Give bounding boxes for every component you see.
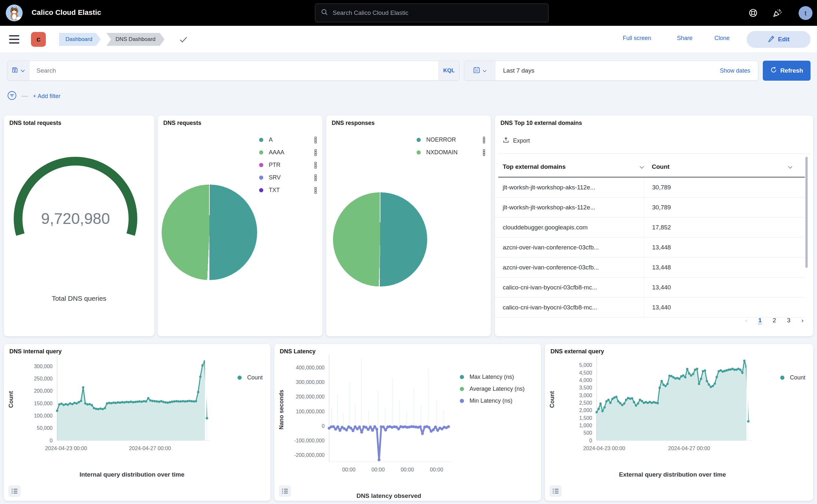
global-search-input[interactable]: Search Calico Cloud Elastic xyxy=(315,4,549,22)
legend-item[interactable]: NXDOMAIN xyxy=(417,146,486,159)
table-row[interactable]: jlt-worksh-jlt-workshop-aks-112e...30,78… xyxy=(495,177,805,197)
chevron-down-icon xyxy=(21,68,25,74)
svg-text:2024-04-27 00:00: 2024-04-27 00:00 xyxy=(129,445,171,451)
global-search-placeholder: Search Calico Cloud Elastic xyxy=(333,9,408,16)
count-cell: 30,789 xyxy=(644,197,805,217)
svg-text:0: 0 xyxy=(322,423,325,429)
dns-latency-line-chart[interactable]: 400,000,000300,000,000200,000,000100,000… xyxy=(274,344,541,501)
gauge-label: Total DNS queries xyxy=(4,295,154,302)
dns-responses-pie-chart[interactable] xyxy=(333,192,427,287)
breadcrumb-dns-dashboard[interactable]: DNS Dashboard xyxy=(106,33,165,46)
table-row[interactable]: jlt-worksh-jlt-workshop-aks-112e...30,78… xyxy=(495,197,805,217)
legend-color-dot xyxy=(237,376,242,380)
export-icon xyxy=(503,137,509,145)
legend-label: NXDOMAIN xyxy=(426,149,458,156)
clone-button[interactable]: Clone xyxy=(714,35,730,42)
domain-cell: calico-cni-ivan-byocni-03cfb8-mc... xyxy=(495,284,644,291)
legend-actions-icon[interactable] xyxy=(314,149,317,156)
svg-text:200,000,000: 200,000,000 xyxy=(296,394,325,399)
legend-toggle-button[interactable] xyxy=(8,485,21,497)
column-header-domains[interactable]: Top external domains xyxy=(503,157,644,177)
date-picker-bar[interactable]: Last 7 days Show dates xyxy=(464,61,758,81)
legend-item[interactable]: AAAA xyxy=(259,146,317,159)
calico-cat-logo-icon[interactable] xyxy=(6,5,23,21)
query-input[interactable]: Search xyxy=(29,67,439,74)
panel-title: DNS Top 10 external domains xyxy=(500,120,582,126)
svg-text:External query distribution ov: External query distribution over time xyxy=(619,471,726,478)
dns-requests-pie-chart[interactable] xyxy=(162,185,257,280)
legend-item[interactable]: NOERROR xyxy=(417,134,486,146)
legend-item[interactable]: TXT xyxy=(259,184,317,197)
edit-button[interactable]: Edit xyxy=(747,31,811,48)
svg-text:00:00: 00:00 xyxy=(342,467,355,472)
show-dates-button[interactable]: Show dates xyxy=(720,67,758,74)
user-avatar[interactable]: t xyxy=(799,6,812,20)
legend-color-dot xyxy=(259,138,263,142)
date-quick-menu[interactable] xyxy=(464,61,495,80)
kql-search-bar[interactable]: Search KQL xyxy=(7,61,459,81)
saved-query-menu[interactable] xyxy=(7,61,29,80)
legend-item[interactable]: Count xyxy=(780,372,805,384)
breadcrumb-dashboard[interactable]: Dashboard xyxy=(59,33,101,46)
legend-item[interactable]: SRV xyxy=(259,171,317,184)
kql-toggle[interactable]: KQL xyxy=(439,61,459,80)
count-cell: 13,448 xyxy=(644,237,805,257)
legend-actions-icon[interactable] xyxy=(314,174,317,181)
legend-toggle-button[interactable] xyxy=(279,485,291,497)
check-icon[interactable] xyxy=(179,36,188,45)
pagination-page-3[interactable]: 3 xyxy=(787,317,791,324)
legend-actions-icon[interactable] xyxy=(482,136,486,144)
chevron-down-icon[interactable] xyxy=(788,163,792,170)
svg-text:400,000,000: 400,000,000 xyxy=(296,365,325,370)
refresh-button[interactable]: Refresh xyxy=(763,61,811,81)
svg-text:2024-04-23 00:00: 2024-04-23 00:00 xyxy=(45,445,87,451)
legend-item[interactable]: A xyxy=(259,134,317,146)
add-filter-button[interactable]: + Add filter xyxy=(33,93,61,100)
table-row[interactable]: clouddebugger.googleapis.com17,852 xyxy=(495,217,805,237)
legend-actions-icon[interactable] xyxy=(482,149,486,156)
pagination-prev[interactable]: ‹ xyxy=(745,317,747,324)
internal-query-area-chart[interactable]: 300,000250,000200,000150,000100,00050,00… xyxy=(4,344,270,501)
hamburger-menu-icon[interactable] xyxy=(9,34,21,45)
legend-item[interactable]: PTR xyxy=(259,159,317,171)
legend-label: TXT xyxy=(269,187,280,194)
table-pagination: ‹123› xyxy=(745,317,803,324)
time-range-value[interactable]: Last 7 days xyxy=(495,67,720,74)
help-lifering-icon[interactable] xyxy=(747,7,759,19)
legend-item[interactable]: Min Latency (ns) xyxy=(460,395,525,407)
legend-item[interactable]: Count xyxy=(237,372,263,384)
share-button[interactable]: Share xyxy=(677,35,692,42)
chevron-down-icon[interactable] xyxy=(640,163,644,170)
legend-item[interactable]: Max Latency (ns) xyxy=(460,371,525,383)
count-cell: 13,448 xyxy=(644,257,805,277)
svg-text:DNS latency observed: DNS latency observed xyxy=(357,492,421,499)
news-party-popper-icon[interactable] xyxy=(772,7,783,19)
svg-text:9,720,980: 9,720,980 xyxy=(41,210,110,227)
table-row[interactable]: calico-cni-ivan-byocni-03cfb8-mc...13,44… xyxy=(495,297,805,318)
external-query-area-chart[interactable]: 5,0004,5004,0003,5003,0002,5002,0001,500… xyxy=(545,344,813,501)
pagination-page-1[interactable]: 1 xyxy=(758,317,762,324)
pagination-page-2[interactable]: 2 xyxy=(773,317,776,324)
full-screen-button[interactable]: Full screen xyxy=(623,35,651,42)
table-row[interactable]: azcni-over-ivan-conference-03cfb...13,44… xyxy=(495,257,805,277)
legend-item[interactable]: Average Latency (ns) xyxy=(460,383,525,395)
table-scrollbar[interactable] xyxy=(805,157,808,268)
table-row[interactable]: calico-cni-ivan-byocni-03cfb8-mc...13,44… xyxy=(495,277,805,297)
svg-text:Internal query distribution ov: Internal query distribution over time xyxy=(79,471,184,478)
legend-actions-icon[interactable] xyxy=(314,162,317,169)
column-header-count[interactable]: Count xyxy=(652,157,792,177)
export-button[interactable]: Export xyxy=(503,137,530,145)
pagination-next[interactable]: › xyxy=(802,317,803,324)
gauge-chart[interactable]: 9,720,980 xyxy=(4,138,154,274)
filter-icon[interactable] xyxy=(7,91,17,102)
app-badge[interactable]: c xyxy=(31,32,46,47)
legend-actions-icon[interactable] xyxy=(314,136,317,144)
svg-text:0: 0 xyxy=(50,438,53,443)
legend-actions-icon[interactable] xyxy=(314,187,317,194)
legend-color-dot xyxy=(780,376,784,380)
svg-text:1,500: 1,500 xyxy=(579,415,592,421)
panel-dns-internal-query: DNS internal query 300,000250,000200,000… xyxy=(4,344,270,501)
table-row[interactable]: azcni-over-ivan-conference-03cfb...13,44… xyxy=(495,237,805,257)
legend-toggle-button[interactable] xyxy=(550,485,562,497)
calendar-icon xyxy=(473,66,480,75)
